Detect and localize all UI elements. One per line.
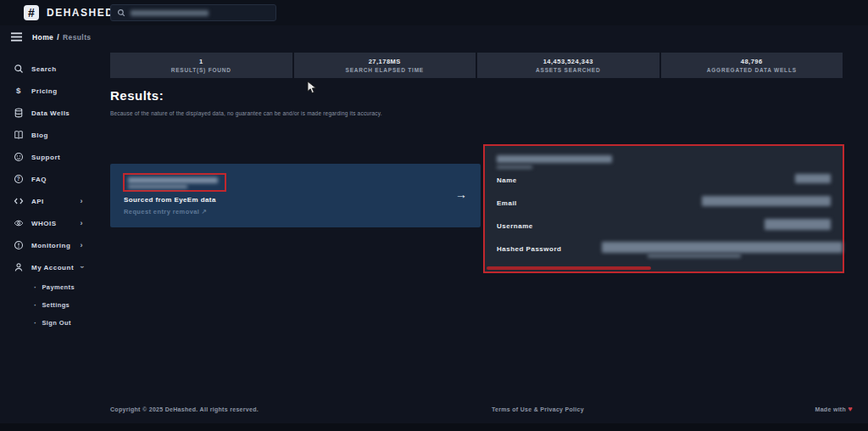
top-bar: # DEHASHED	[0, 0, 868, 25]
sidebar-item-support[interactable]: Support	[0, 146, 105, 168]
request-removal-text: Request entry removal	[124, 208, 199, 216]
sidebar-item-search[interactable]: Search	[0, 58, 105, 80]
alert-circle-icon	[14, 240, 24, 250]
redacted-hash-value	[602, 242, 843, 253]
redacted-email-value	[702, 196, 831, 206]
mouse-cursor	[307, 81, 317, 95]
stat-data-wells: 48,796 AGGREGATED DATA WELLS	[661, 53, 843, 78]
redacted-entry-title	[497, 155, 612, 163]
redacted-entry-subtitle	[497, 165, 532, 169]
chevron-right-icon: ›	[81, 197, 84, 205]
sidebar-item-label: Pricing	[31, 87, 58, 95]
dehashed-app: # DEHASHED Home/Results Search	[0, 0, 868, 431]
sidebar-item-label: My Account	[31, 264, 74, 271]
stat-label: SEARCH ELAPSED TIME	[346, 67, 425, 73]
redacted-email-line	[128, 185, 187, 188]
breadcrumb-row: Home/Results	[0, 25, 868, 49]
redaction-highlight-box	[123, 173, 226, 192]
stat-value: 48,796	[741, 58, 763, 65]
sidebar-item-faq[interactable]: ? FAQ	[0, 168, 105, 190]
footer-terms-privacy-link[interactable]: Terms of Use & Privacy Policy	[492, 406, 584, 412]
sidebar-item-label: Monitoring	[31, 242, 70, 249]
sidebar-item-label: FAQ	[31, 176, 47, 183]
redacted-email-line	[128, 177, 218, 183]
book-icon	[14, 130, 24, 140]
sidebar-item-label: Blog	[31, 132, 48, 139]
sidebar-item-label: API	[31, 198, 44, 205]
eye-icon	[14, 218, 24, 228]
field-label-username: Username	[497, 222, 533, 230]
code-brackets-icon	[14, 196, 24, 206]
page-title: Results:	[110, 88, 164, 103]
sidebar-item-data-wells[interactable]: Data Wells	[0, 102, 105, 124]
sidebar-item-payments[interactable]: · Payments	[0, 278, 105, 296]
sidebar-item-whois[interactable]: WHOIS ›	[0, 212, 105, 234]
stat-label: AGGREGATED DATA WELLS	[707, 67, 797, 73]
sidebar-nav: Search $ Pricing Data Wells Blog	[0, 58, 105, 332]
stat-assets-searched: 14,453,524,343 ASSETS SEARCHED	[477, 53, 659, 78]
sidebar-item-label: Sign Out	[42, 319, 70, 327]
question-circle-icon: ?	[14, 174, 24, 184]
stat-label: RESULT(S) FOUND	[171, 67, 231, 73]
smiley-icon	[14, 152, 24, 162]
brand-title: DEHASHED	[47, 7, 114, 19]
sidebar-item-label: Data Wells	[31, 109, 70, 117]
sidebar-item-label: Support	[31, 154, 60, 161]
bullet-icon: ·	[34, 319, 36, 327]
field-label-email: Email	[497, 199, 517, 207]
dehashed-logo-icon: #	[24, 5, 39, 20]
sidebar-item-label: Payments	[42, 283, 75, 291]
sidebar-item-pricing[interactable]: $ Pricing	[0, 80, 105, 102]
search-query-redacted	[131, 10, 209, 16]
svg-text:?: ?	[17, 176, 20, 182]
sidebar-item-api[interactable]: API ›	[0, 190, 105, 212]
database-icon	[14, 108, 24, 118]
request-removal-link[interactable]: Request entry removal ↗	[124, 208, 207, 216]
result-detail-panel: Name Email Username Hashed Password	[483, 144, 844, 273]
external-link-icon: ↗	[202, 208, 208, 216]
heart-icon: ♥	[848, 405, 853, 413]
chevron-right-icon: ›	[81, 219, 84, 227]
chevron-right-icon: ›	[81, 241, 84, 249]
field-label-hashed-password: Hashed Password	[497, 245, 561, 253]
breadcrumb-separator: /	[57, 33, 59, 42]
sidebar-item-my-account[interactable]: My Account ›	[0, 256, 105, 278]
sidebar-item-label: WHOIS	[31, 220, 57, 227]
svg-text:$: $	[16, 86, 21, 95]
person-icon	[14, 262, 24, 272]
sidebar-item-blog[interactable]: Blog	[0, 124, 105, 146]
search-input[interactable]	[110, 4, 276, 21]
sidebar-item-monitoring[interactable]: Monitoring ›	[0, 234, 105, 256]
redacted-name-value	[795, 174, 831, 183]
sidebar-item-sign-out[interactable]: · Sign Out	[0, 314, 105, 332]
breadcrumb-current: Results	[63, 33, 92, 42]
search-icon	[14, 64, 24, 74]
sidebar-item-settings[interactable]: · Settings	[0, 296, 105, 314]
stat-value: 14,453,524,343	[543, 58, 593, 65]
bullet-icon: ·	[34, 301, 36, 310]
sidebar-item-label: Search	[31, 65, 57, 73]
search-icon	[117, 8, 125, 17]
bottom-edge-strip	[0, 423, 868, 431]
breadcrumb-home-link[interactable]: Home	[32, 33, 53, 42]
bullet-icon: ·	[34, 283, 36, 292]
chevron-down-icon: ›	[77, 266, 86, 269]
result-card[interactable]: Sourced from EyeEm data Request entry re…	[110, 164, 481, 227]
stat-value: 27,178MS	[369, 58, 401, 65]
sidebar-item-label: Settings	[42, 301, 70, 309]
stat-value: 1	[199, 58, 203, 65]
stat-results-found: 1 RESULT(S) FOUND	[110, 53, 292, 78]
stat-elapsed-time: 27,178MS SEARCH ELAPSED TIME	[294, 53, 476, 78]
redacted-hash-value	[648, 254, 741, 258]
breadcrumb: Home/Results	[32, 33, 92, 42]
footer-made-with: Made with ♥	[815, 405, 853, 413]
horizontal-scrollbar[interactable]	[487, 266, 651, 270]
open-result-arrow-icon[interactable]: →	[455, 188, 467, 201]
results-disclaimer: Because of the nature of the displayed d…	[110, 110, 382, 116]
stat-label: ASSETS SEARCHED	[536, 67, 600, 73]
menu-icon[interactable]	[10, 31, 23, 42]
redacted-username-value	[765, 219, 831, 230]
dollar-icon: $	[14, 86, 24, 96]
field-label-name: Name	[497, 176, 517, 184]
made-with-text: Made with	[815, 406, 847, 412]
